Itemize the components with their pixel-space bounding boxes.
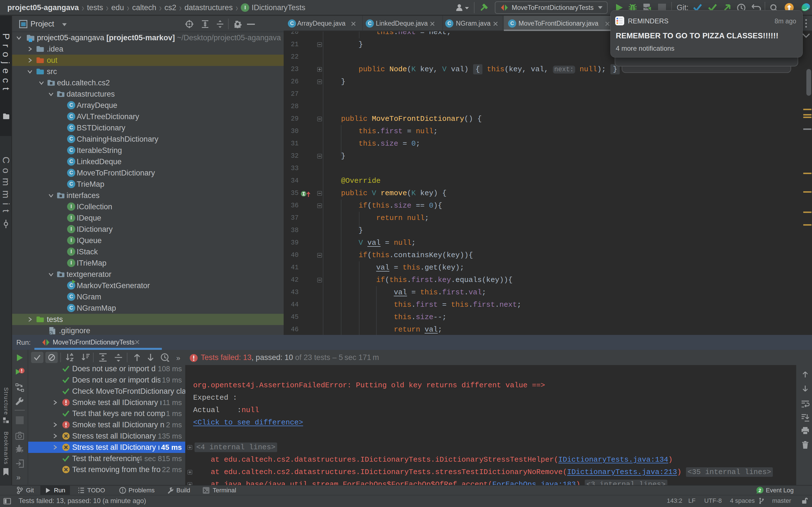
svg-text:2: 2 xyxy=(758,488,761,493)
